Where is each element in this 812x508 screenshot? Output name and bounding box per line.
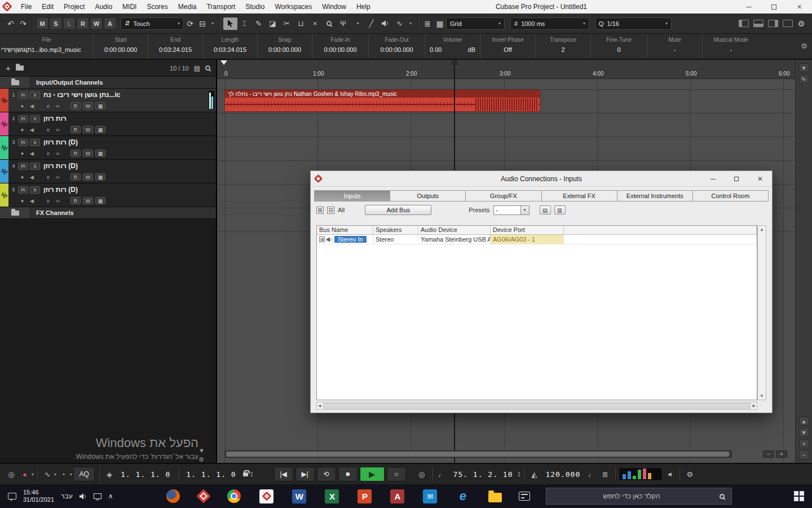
menu-midi[interactable]: MIDI xyxy=(118,1,141,12)
track-filter-list-icon[interactable]: ▤ xyxy=(194,64,200,72)
divider-collapse-icon[interactable]: ▼ xyxy=(198,447,205,454)
vertical-zoom-out-button[interactable]: − xyxy=(799,450,809,459)
track-color-strip[interactable] xyxy=(0,160,8,183)
read-automation-button[interactable]: R xyxy=(70,150,81,157)
maximize-button[interactable] xyxy=(761,0,787,14)
play-button[interactable]: ▶ xyxy=(360,467,385,481)
collapse-all-button[interactable]: ⊟ xyxy=(327,207,334,214)
channel-link-icon[interactable]: ∞ xyxy=(54,198,61,204)
write-automation-button[interactable]: W xyxy=(83,173,93,181)
close-button[interactable]: ✕ xyxy=(787,0,812,14)
vertical-zoom-in-button[interactable]: + xyxy=(799,439,809,448)
bus-speakers[interactable]: Stereo xyxy=(373,235,418,244)
zoom-in-button[interactable]: + xyxy=(776,450,787,458)
add-track-button[interactable]: + xyxy=(6,63,11,73)
right-zone-toggle-button[interactable] xyxy=(768,20,778,27)
track-row[interactable]: 1 m s נתן גושן וישי ריבו - נח...ic ● ◀ e… xyxy=(0,89,216,112)
edit-channel-button[interactable]: e xyxy=(45,127,52,133)
track-row[interactable]: 5 m s רות רוזן (D) ● ◀ e ∞ R W ▦ xyxy=(0,183,216,207)
object-selection-tool[interactable] xyxy=(223,17,237,30)
transport-setup-gear-icon[interactable]: ⚙ xyxy=(683,467,696,481)
time-signature-button[interactable]: ≣ xyxy=(598,467,612,481)
pre-roll-button[interactable]: ◎ xyxy=(415,467,429,481)
mute-button[interactable]: m xyxy=(18,115,28,122)
menu-audio[interactable]: Audio xyxy=(90,1,117,12)
network-icon[interactable] xyxy=(94,493,102,499)
record-mode-dropdown[interactable]: ▾ xyxy=(32,472,34,477)
record-arm-button[interactable]: ● xyxy=(19,198,26,204)
constrain-delay-button[interactable]: ◎ xyxy=(5,467,18,481)
meter-mode-button[interactable]: ⊟ xyxy=(196,17,209,30)
dialog-titlebar[interactable]: Audio Connections - Inputs ✕ xyxy=(311,171,772,187)
tab-group-fx[interactable]: Group/FX xyxy=(466,191,541,201)
expand-all-button[interactable]: ⊞ xyxy=(316,207,324,214)
tab-external-fx[interactable]: External FX xyxy=(542,191,617,201)
save-preset-button[interactable]: ▤ xyxy=(540,205,551,214)
grid-type-dropdown[interactable]: Grid ▾ xyxy=(446,17,505,30)
glue-tool[interactable]: ⊔ xyxy=(294,17,308,30)
read-automation-button[interactable]: R xyxy=(70,126,81,133)
tool-options-dropdown[interactable]: ▾ xyxy=(407,17,414,30)
snap-type-button[interactable]: ▦ xyxy=(434,17,446,30)
track-search-icon[interactable] xyxy=(205,65,210,71)
bus-row[interactable]: ⊞ Stereo In Stereo Yamaha Steinberg USB … xyxy=(317,235,757,244)
automation-grid-icon[interactable]: ▦ xyxy=(95,126,105,133)
tray-expand-chevron-icon[interactable]: ∧ xyxy=(108,492,113,500)
menu-transport[interactable]: Transport xyxy=(202,1,240,12)
zoom-tool[interactable] xyxy=(322,17,336,30)
erase-tool[interactable]: ◪ xyxy=(266,17,280,30)
automation-grid-icon[interactable]: ▦ xyxy=(95,102,105,110)
solo-button[interactable]: s xyxy=(30,163,40,170)
write-all-button[interactable]: W xyxy=(90,17,103,29)
tab-control-room[interactable]: Control Room xyxy=(693,191,768,201)
taskbar-clock[interactable]: 15:46 31/01/2021 xyxy=(23,489,54,503)
red-diamond-app-icon[interactable] xyxy=(197,489,211,503)
rewind-button[interactable]: |◀ xyxy=(274,467,293,481)
track-color-strip[interactable] xyxy=(0,136,8,159)
dialog-horizontal-scrollbar[interactable]: ◀ ▶ xyxy=(316,402,757,410)
cycle-button[interactable]: ⟲ xyxy=(317,467,336,481)
mail-app-icon[interactable]: ✉ xyxy=(423,489,437,503)
fx-channels-row[interactable]: FX Channels xyxy=(0,207,216,219)
undo-button[interactable]: ↶ xyxy=(5,17,17,30)
edit-channel-button[interactable]: e xyxy=(45,151,52,156)
dialog-close-button[interactable]: ✕ xyxy=(748,171,772,187)
punch-marker-icon[interactable]: ◈ xyxy=(103,467,116,481)
tab-external-instruments[interactable]: External Instruments xyxy=(617,191,693,201)
suspend-automation-button[interactable]: ⟳ xyxy=(184,17,196,30)
forward-button[interactable]: ▶| xyxy=(295,467,315,481)
solo-button[interactable]: s xyxy=(30,115,40,122)
lower-zone-toggle-button[interactable] xyxy=(753,20,764,27)
dialog-minimize-button[interactable] xyxy=(701,171,725,187)
info-line-setup-gear-icon[interactable]: ⚙ xyxy=(801,42,807,50)
channel-link-icon[interactable]: ∞ xyxy=(54,103,61,109)
menu-media[interactable]: Media xyxy=(174,1,201,12)
channel-link-icon[interactable]: ∞ xyxy=(54,174,61,180)
meter-mode-dropdown[interactable]: ▾ xyxy=(209,17,217,30)
quantize-dropdown[interactable]: Q 1/16 ▾ xyxy=(595,17,672,30)
notification-icon[interactable] xyxy=(8,493,16,500)
mute-tool[interactable]: × xyxy=(308,17,322,30)
io-channels-row[interactable]: Input/Output Channels xyxy=(0,77,216,89)
collapse-meter-icon[interactable]: ◀ xyxy=(663,467,676,481)
scroll-up-button[interactable]: ▲ xyxy=(799,417,809,426)
powerpoint-app-icon[interactable]: P xyxy=(358,489,372,503)
tab-outputs[interactable]: Outputs xyxy=(390,191,466,201)
menu-studio[interactable]: Studio xyxy=(241,1,269,12)
edit-channel-button[interactable]: e xyxy=(45,174,52,180)
audio-quantize-button[interactable]: AQ xyxy=(73,467,95,481)
use-track-preset-icon[interactable] xyxy=(16,65,24,71)
word-app-icon[interactable]: W xyxy=(292,489,306,503)
menu-project[interactable]: Project xyxy=(59,1,89,12)
track-name[interactable]: רות רוזן (D) xyxy=(43,186,78,194)
left-locator-display[interactable]: 1. 1. 1. 0 xyxy=(116,470,175,479)
dialog-maximize-button[interactable] xyxy=(725,171,748,187)
automation-grid-icon[interactable]: ▦ xyxy=(95,197,105,204)
listen-button[interactable]: L xyxy=(63,17,76,29)
hand-tool[interactable]: Ψ xyxy=(336,17,350,30)
mute-all-button[interactable]: M xyxy=(36,17,48,29)
ruler-options-button[interactable]: ▼ xyxy=(799,63,809,72)
tempo-display[interactable]: 120.000 xyxy=(541,470,585,479)
tempo-track-button[interactable]: ♩ xyxy=(585,467,598,481)
edit-pencil-icon[interactable]: ✎ xyxy=(799,75,809,84)
